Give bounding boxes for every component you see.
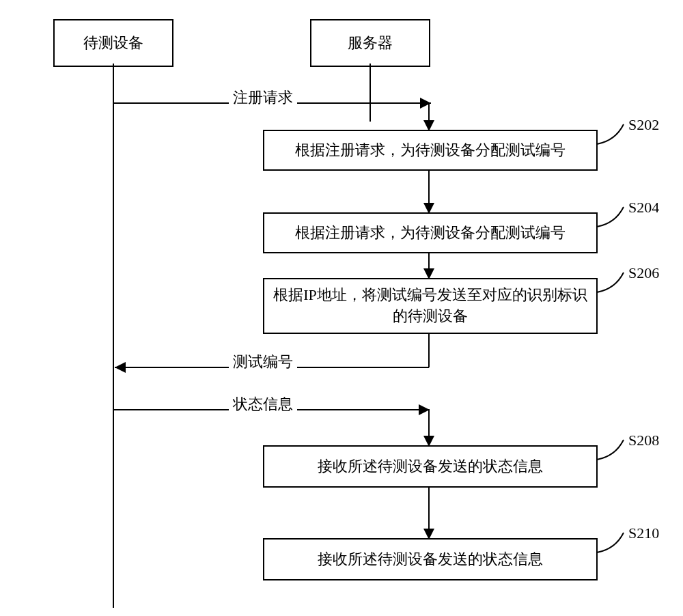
message-status-label: 状态信息 [229,394,297,415]
leader-s210 [596,530,629,553]
lifeline-dut [113,64,114,608]
message-testid-label: 测试编号 [229,352,297,372]
actor-server: 服务器 [310,19,430,67]
step-s210-id: S210 [628,524,659,542]
connector-server-to-s202 [428,102,430,122]
message-testid-arrow [115,362,126,373]
actor-dut: 待测设备 [53,19,173,67]
message-register-label: 注册请求 [229,87,297,108]
step-s208-id: S208 [628,432,659,449]
step-s208-text: 接收所述待测设备发送的状态信息 [318,456,543,477]
connector-s206-to-testid [428,334,430,367]
step-s206-id: S206 [628,264,659,282]
leader-s204 [596,204,629,227]
step-s206-text: 根据IP地址，将测试编号发送至对应的识别标识的待测设备 [273,285,588,327]
leader-s208 [596,437,629,460]
connector-s208-s210 [428,488,430,530]
leader-s202 [596,122,629,145]
step-s208: 接收所述待测设备发送的状态信息 [263,445,598,488]
step-s204-id: S204 [628,199,659,216]
step-s202: 根据注册请求，为待测设备分配测试编号 [263,130,598,171]
step-s204-text: 根据注册请求，为待测设备分配测试编号 [295,223,566,244]
actor-server-label: 服务器 [348,34,393,51]
lifeline-server [370,64,371,122]
step-s210: 接收所述待测设备发送的状态信息 [263,538,598,580]
step-s202-id: S202 [628,116,659,134]
step-s210-text: 接收所述待测设备发送的状态信息 [318,549,543,570]
connector-s202-s204 [428,171,430,204]
actor-dut-label: 待测设备 [83,34,143,51]
leader-s206 [596,270,629,293]
step-s202-text: 根据注册请求，为待测设备分配测试编号 [295,140,566,161]
connector-status-to-s208 [428,409,430,437]
step-s206: 根据IP地址，将测试编号发送至对应的识别标识的待测设备 [263,278,598,334]
connector-s204-s206 [428,253,430,270]
step-s204: 根据注册请求，为待测设备分配测试编号 [263,212,598,253]
